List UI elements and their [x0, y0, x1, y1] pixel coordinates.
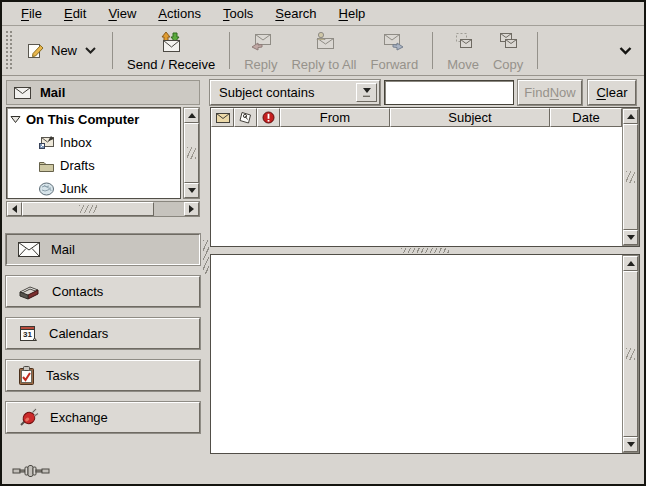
- scroll-up-button[interactable]: [623, 256, 638, 271]
- sidebar-splitter[interactable]: [202, 76, 210, 458]
- forward-icon: [381, 30, 407, 54]
- search-bar: Subject contains Find Now Clear: [210, 80, 640, 105]
- splitter-grip: [401, 248, 449, 253]
- switcher-label: Tasks: [46, 368, 79, 383]
- column-date[interactable]: Date: [550, 108, 622, 127]
- tree-expander-icon[interactable]: [10, 115, 21, 124]
- column-priority[interactable]: [257, 108, 280, 127]
- find-now-button[interactable]: Find Now: [518, 80, 582, 105]
- sidebar-header-label: Mail: [40, 85, 65, 100]
- send-receive-label: Send / Receive: [127, 57, 215, 72]
- tree-root-label: On This Computer: [26, 112, 139, 127]
- mail-icon: [18, 242, 40, 257]
- menu-help[interactable]: Help: [328, 4, 377, 23]
- preview-scrollbar: [622, 255, 639, 453]
- priority-icon: [262, 111, 275, 124]
- tree-item-label: Inbox: [60, 135, 92, 150]
- message-list-body[interactable]: [211, 127, 622, 246]
- dropdown-arrow-icon: [356, 83, 377, 102]
- pane-splitter[interactable]: [210, 247, 640, 254]
- new-button[interactable]: New: [17, 28, 105, 73]
- toolbar-drag-handle[interactable]: [5, 30, 13, 71]
- scroll-down-button[interactable]: [184, 183, 199, 198]
- message-list-header: From Subject Date: [211, 108, 622, 127]
- reply-to-all-button[interactable]: Reply to All: [284, 28, 363, 73]
- exchange-icon: [18, 408, 39, 428]
- new-dropdown-chevron-icon: [85, 47, 96, 54]
- tree-item-inbox[interactable]: Inbox: [7, 131, 180, 154]
- scroll-thumb[interactable]: [184, 123, 199, 183]
- toolbar: New Send / Receive: [2, 26, 644, 76]
- main-pane: Subject contains Find Now Clear: [210, 76, 644, 458]
- connected-plug-icon[interactable]: [12, 464, 50, 478]
- column-from[interactable]: From: [280, 108, 390, 127]
- scroll-down-button[interactable]: [623, 230, 638, 245]
- inbox-icon: [38, 135, 55, 150]
- menu-actions[interactable]: Actions: [147, 4, 212, 23]
- content-area: Mail On This Computer: [2, 76, 644, 458]
- menu-tools[interactable]: Tools: [212, 4, 264, 23]
- send-receive-icon: [158, 30, 184, 54]
- column-from-label: From: [320, 110, 350, 125]
- component-switcher: Mail Contacts: [6, 234, 200, 433]
- tree-item-label: Junk: [60, 181, 87, 196]
- search-input[interactable]: [384, 80, 514, 105]
- toolbar-separator: [112, 32, 113, 69]
- scroll-thumb[interactable]: [623, 271, 638, 437]
- toolbar-separator: [537, 32, 538, 69]
- scroll-thumb[interactable]: [623, 124, 638, 230]
- menu-view[interactable]: View: [97, 4, 147, 23]
- toolbar-separator: [432, 32, 433, 69]
- reply-button[interactable]: Reply: [237, 28, 284, 73]
- folder-tree-container: On This Computer Inbox: [6, 107, 200, 199]
- column-message-status[interactable]: [211, 108, 234, 127]
- switcher-button-contacts[interactable]: Contacts: [6, 276, 200, 307]
- column-flag[interactable]: [234, 108, 257, 127]
- switcher-button-exchange[interactable]: Exchange: [6, 402, 200, 433]
- search-criteria-dropdown[interactable]: Subject contains: [210, 80, 380, 105]
- move-icon: [450, 30, 476, 54]
- scroll-thumb[interactable]: [22, 202, 154, 216]
- switcher-label: Exchange: [50, 410, 108, 425]
- search-criteria-value: Subject contains: [211, 85, 354, 100]
- switcher-button-tasks[interactable]: Tasks: [6, 360, 200, 391]
- splitter-grip: [203, 240, 209, 274]
- menu-search[interactable]: Search: [264, 4, 327, 23]
- flag-followup-icon: [238, 111, 253, 125]
- scroll-up-button[interactable]: [623, 109, 638, 124]
- forward-button[interactable]: Forward: [363, 28, 425, 73]
- menu-edit[interactable]: Edit: [53, 4, 97, 23]
- menubar: File Edit View Actions Tools Search Help: [2, 2, 644, 26]
- switcher-button-mail[interactable]: Mail: [6, 234, 200, 265]
- new-button-label: New: [51, 43, 77, 58]
- preview-body[interactable]: [211, 255, 622, 453]
- scroll-left-button[interactable]: [7, 202, 22, 216]
- tree-item-drafts[interactable]: Drafts: [7, 154, 180, 177]
- status-bar: [2, 458, 644, 484]
- send-receive-button[interactable]: Send / Receive: [120, 28, 222, 73]
- column-subject[interactable]: Subject: [390, 108, 550, 127]
- scroll-up-button[interactable]: [184, 108, 199, 123]
- switcher-label: Contacts: [52, 284, 103, 299]
- menu-file[interactable]: File: [10, 4, 53, 23]
- tree-vertical-scrollbar: [183, 107, 200, 199]
- tree-horizontal-scrollbar: [6, 201, 200, 217]
- toolbar-separator: [229, 32, 230, 69]
- move-button[interactable]: Move: [440, 28, 486, 73]
- forward-label: Forward: [370, 57, 418, 72]
- clear-button[interactable]: Clear: [588, 80, 636, 105]
- sidebar-header: Mail: [6, 80, 200, 105]
- scroll-trough[interactable]: [154, 202, 184, 216]
- scroll-down-button[interactable]: [623, 437, 638, 452]
- calendars-icon: 31: [18, 324, 38, 343]
- switcher-button-calendars[interactable]: 31 Calendars: [6, 318, 200, 349]
- scroll-right-button[interactable]: [184, 202, 199, 216]
- copy-button[interactable]: Copy: [486, 28, 530, 73]
- tree-root-on-this-computer[interactable]: On This Computer: [7, 108, 180, 131]
- toolbar-overflow-button[interactable]: [613, 43, 638, 59]
- tree-item-junk[interactable]: Junk: [7, 177, 180, 200]
- tasks-icon: [18, 366, 35, 386]
- toolbar-spacer: [545, 28, 613, 73]
- reply-to-all-label: Reply to All: [291, 57, 356, 72]
- column-subject-label: Subject: [448, 110, 491, 125]
